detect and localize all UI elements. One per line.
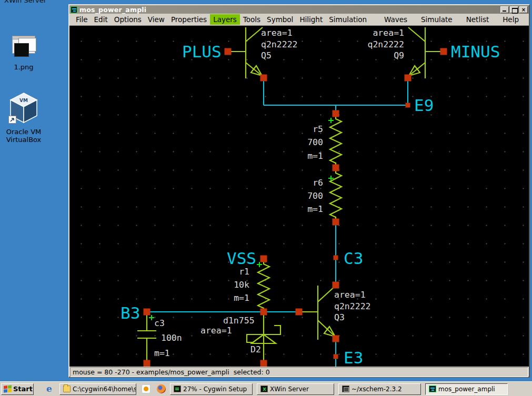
- task-mos-power-ampli[interactable]: mos_power_ampli: [425, 383, 508, 395]
- r5-name: r5: [313, 124, 323, 134]
- d2-ref: D2: [250, 344, 261, 354]
- svg-text:VM: VM: [19, 98, 28, 103]
- desktop-icon-1png[interactable]: 1.png: [0, 33, 47, 71]
- folder-icon: [63, 385, 71, 392]
- menu-layers[interactable]: Layers: [210, 14, 240, 25]
- r1-value: 10k: [234, 280, 249, 290]
- net-label-e9[interactable]: E9: [414, 96, 434, 115]
- pin-squares: [144, 48, 447, 367]
- q9-ref: Q9: [394, 50, 404, 60]
- task-cygwin-home[interactable]: C:\cygwin64\home\stef: [59, 383, 136, 395]
- internet-explorer-icon[interactable]: e: [46, 384, 55, 393]
- menu-properties[interactable]: Properties: [168, 14, 210, 25]
- background-window-title: XWin Server: [4, 0, 46, 4]
- q3-area: area=1: [334, 290, 366, 300]
- r5-m: m=1: [307, 151, 323, 161]
- task-label: mos_power_ampli: [438, 385, 495, 393]
- c3-m: m=1: [154, 348, 170, 358]
- q9-model: q2n2222: [367, 39, 404, 49]
- q5-area: area=1: [261, 28, 293, 38]
- r1-name: r1: [239, 267, 249, 277]
- start-label: Start: [13, 385, 33, 393]
- menu-hilight[interactable]: Hilight: [296, 14, 326, 25]
- r6-name: r6: [313, 178, 323, 188]
- q3-ref: Q3: [334, 312, 345, 322]
- net-label-minus[interactable]: MINUS: [451, 42, 500, 61]
- xschem-window: mos_power_ampli × File Edit Options View…: [68, 4, 530, 378]
- task-xwin-server[interactable]: XWin Server: [257, 383, 334, 395]
- r6-m: m=1: [307, 204, 323, 214]
- status-bar: mouse = 80 -270 - examples/mos_power_amp…: [70, 367, 528, 377]
- image-thumbnail-icon: [9, 33, 38, 60]
- menu-file[interactable]: File: [73, 14, 91, 25]
- task-label: 27% - Cygwin Setup: [183, 385, 247, 393]
- schematic-canvas[interactable]: PLUS MINUS E9 C3 VSS B3 E3 area=1 q2n222…: [69, 26, 529, 367]
- menu-symbol[interactable]: Symbol: [264, 14, 296, 25]
- resistor-r6[interactable]: [330, 168, 342, 222]
- d2-model: d1n755: [223, 316, 255, 326]
- task-label: ~/xschem-2.3.2: [352, 385, 402, 393]
- menu-waves[interactable]: Waves: [377, 14, 414, 25]
- d2-area: area=1: [200, 326, 232, 336]
- maximize-button[interactable]: [510, 6, 518, 13]
- virtualbox-cube-icon: VM: [8, 92, 39, 125]
- minimize-button[interactable]: [500, 6, 509, 13]
- r5-value: 700: [307, 137, 323, 147]
- transistor-q5[interactable]: [228, 27, 263, 78]
- resistor-r5[interactable]: [330, 114, 342, 168]
- title-bar[interactable]: mos_power_ampli ×: [69, 5, 529, 14]
- c3-name: c3: [154, 318, 165, 328]
- start-button[interactable]: Start: [1, 383, 34, 395]
- q5-model: q2n2222: [261, 39, 298, 49]
- net-label-vss[interactable]: VSS: [227, 249, 256, 268]
- windows-logo-icon: [4, 385, 12, 393]
- xwin-icon: [260, 385, 268, 392]
- q3-model: q2n2222: [334, 301, 371, 311]
- menu-tools[interactable]: Tools: [240, 14, 264, 25]
- menu-bar: File Edit Options View Properties Layers…: [69, 14, 529, 26]
- close-button[interactable]: ×: [519, 6, 528, 13]
- terminal-icon: [342, 385, 349, 392]
- menu-view[interactable]: View: [145, 14, 168, 25]
- task-label: XWin Server: [270, 385, 309, 393]
- transistor-q3[interactable]: [300, 286, 336, 340]
- taskbar: Start e C:\cygwin64\home\stef 27% - Cygw…: [0, 381, 532, 396]
- net-label-b3[interactable]: B3: [121, 303, 140, 322]
- menu-simulate[interactable]: Simulate: [414, 14, 459, 25]
- c3-value: 100n: [161, 333, 182, 343]
- xschem-app-icon: [71, 6, 77, 13]
- transistor-q9[interactable]: [408, 27, 444, 78]
- q5-ref: Q5: [261, 50, 272, 60]
- desktop-icon-virtualbox[interactable]: VM Oracle VM VirtualBox: [0, 92, 47, 144]
- component-properties: area=1 q2n2222 Q5 area=1 q2n2222 Q9 r5 7…: [154, 28, 404, 358]
- net-label-c3[interactable]: C3: [344, 249, 363, 268]
- capacitor-c3[interactable]: [137, 315, 156, 363]
- menu-options[interactable]: Options: [111, 14, 145, 25]
- terminal-icon: [174, 385, 181, 392]
- media-player-icon[interactable]: [142, 384, 150, 393]
- r6-value: 700: [307, 191, 323, 201]
- firefox-icon[interactable]: [157, 384, 166, 393]
- menu-netlist[interactable]: Netlist: [459, 14, 496, 25]
- pin-polarity-marks: [149, 118, 334, 320]
- desktop-icon-label: Oracle VM VirtualBox: [0, 128, 47, 144]
- menu-help[interactable]: Help: [496, 14, 526, 25]
- task-cygwin-setup[interactable]: 27% - Cygwin Setup: [170, 383, 253, 395]
- net-wires[interactable]: [147, 78, 408, 367]
- window-title: mos_power_ampli: [79, 6, 146, 14]
- task-xschem-terminal[interactable]: ~/xschem-2.3.2: [338, 383, 421, 395]
- desktop-icon-label: 1.png: [0, 63, 47, 71]
- menu-edit[interactable]: Edit: [91, 14, 111, 25]
- net-label-plus[interactable]: PLUS: [182, 42, 222, 61]
- r1-m: m=1: [234, 293, 249, 303]
- net-label-e3[interactable]: E3: [344, 348, 363, 367]
- menu-simulation[interactable]: Simulation: [326, 14, 370, 25]
- xschem-icon: [429, 385, 436, 392]
- task-label: C:\cygwin64\home\stef: [73, 385, 136, 393]
- q9-area: area=1: [373, 28, 404, 38]
